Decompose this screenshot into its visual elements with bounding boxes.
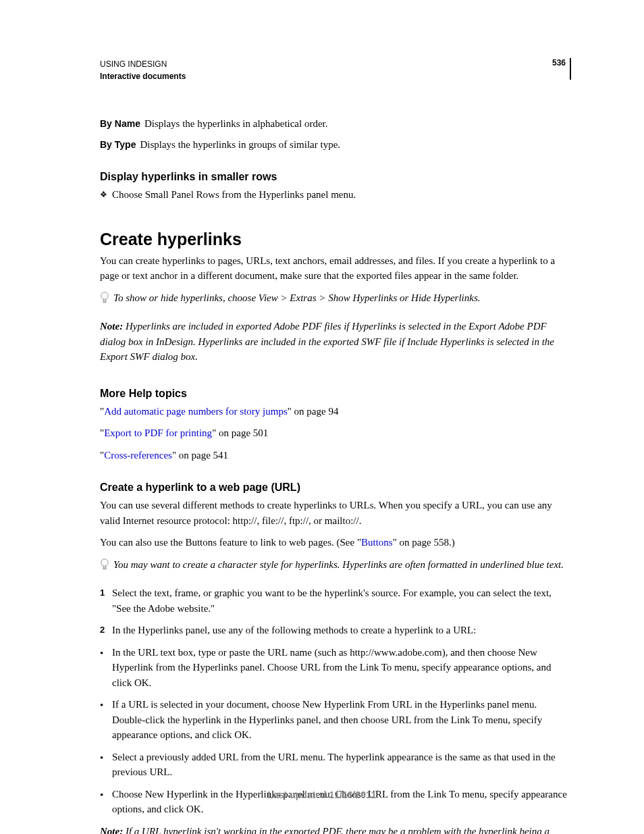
help-link-2-row: "Export to PDF for printing" on page 501: [100, 425, 571, 441]
text-by-type: Displays the hyperlinks in groups of sim…: [140, 139, 340, 150]
url-p2-pre: You can also use the Buttons feature to …: [100, 537, 361, 548]
tip-char-style: You may want to create a character style…: [100, 557, 571, 577]
step-1: 1 Select the text, frame, or graphic you…: [100, 585, 571, 616]
page: USING INDESIGN Interactive documents 536…: [0, 0, 644, 834]
header-left: USING INDESIGN Interactive documents: [100, 58, 186, 82]
note-shared-destination: Note: If a URL hyperlink isn't working i…: [100, 824, 571, 835]
step-1-text: Select the text, frame, or graphic you w…: [112, 585, 571, 616]
help-link-3-suffix: " on page 541: [172, 450, 228, 461]
definition-by-name: By NameDisplays the hyperlinks in alphab…: [100, 116, 571, 132]
term-by-type: By Type: [100, 139, 136, 150]
sub-bullet-2: • If a URL is selected in your document,…: [100, 697, 571, 743]
link-cross-references[interactable]: Cross-references: [104, 450, 172, 461]
bullet-text: Choose Small Panel Rows from the Hyperli…: [112, 187, 356, 203]
help-link-2-suffix: " on page 501: [212, 427, 268, 438]
dot-bullet-icon: •: [100, 750, 112, 780]
create-intro: You can create hyperlinks to pages, URLs…: [100, 253, 571, 284]
step-number-1: 1: [100, 585, 112, 616]
term-by-name: By Name: [100, 118, 140, 129]
tip-char-style-text: You may want to create a character style…: [113, 557, 564, 577]
note-label-2: Note:: [100, 826, 123, 835]
heading-smaller-rows: Display hyperlinks in smaller rows: [100, 171, 571, 183]
lightbulb-icon: [100, 290, 113, 310]
footer-updated: Last updated 11/16/2011: [0, 789, 644, 800]
url-p2: You can also use the Buttons feature to …: [100, 535, 571, 550]
dot-bullet-icon: •: [100, 697, 112, 743]
sub-bullet-1: • In the URL text box, type or paste the…: [100, 645, 571, 691]
url-p2-post: " on page 558.): [393, 537, 455, 548]
tip-text: To show or hide hyperlinks, choose View …: [113, 290, 481, 310]
svg-point-0: [101, 292, 108, 298]
bullet-smaller-rows: ❖ Choose Small Panel Rows from the Hyper…: [100, 187, 571, 203]
link-export-pdf[interactable]: Export to PDF for printing: [104, 427, 212, 438]
note-text-2: If a URL hyperlink isn't working in the …: [100, 826, 549, 835]
dot-bullet-icon: •: [100, 645, 112, 691]
diamond-bullet-icon: ❖: [100, 187, 112, 203]
tip-show-hide: To show or hide hyperlinks, choose View …: [100, 290, 571, 310]
help-link-1-row: "Add automatic page numbers for story ju…: [100, 404, 571, 419]
page-header: USING INDESIGN Interactive documents 536: [100, 58, 571, 82]
sub-bullet-1-text: In the URL text box, type or paste the U…: [112, 645, 571, 691]
definition-by-type: By TypeDisplays the hyperlinks in groups…: [100, 137, 571, 153]
doc-section: Interactive documents: [100, 70, 186, 82]
note-label: Note:: [100, 321, 123, 332]
text-by-name: Displays the hyperlinks in alphabetical …: [144, 118, 328, 129]
lightbulb-icon: [100, 557, 113, 577]
step-2-text: In the Hyperlinks panel, use any of the …: [112, 623, 476, 638]
doc-title: USING INDESIGN: [100, 58, 186, 70]
step-2: 2 In the Hyperlinks panel, use any of th…: [100, 623, 571, 638]
url-p1: You can use several different methods to…: [100, 498, 571, 528]
page-number: 536: [552, 58, 571, 80]
step-number-2: 2: [100, 623, 112, 638]
link-story-jumps[interactable]: Add automatic page numbers for story jum…: [104, 406, 288, 417]
note-text: Hyperlinks are included in exported Adob…: [100, 321, 554, 362]
sub-bullet-3: • Select a previously added URL from the…: [100, 750, 571, 780]
link-buttons[interactable]: Buttons: [361, 537, 393, 548]
help-link-3-row: "Cross-references" on page 541: [100, 448, 571, 463]
help-link-1-suffix: " on page 94: [288, 406, 339, 417]
heading-url: Create a hyperlink to a web page (URL): [100, 481, 571, 494]
heading-create-hyperlinks: Create hyperlinks: [100, 230, 571, 249]
svg-point-3: [101, 558, 108, 565]
heading-more-help: More Help topics: [100, 388, 571, 400]
sub-bullet-2-text: If a URL is selected in your document, c…: [112, 697, 571, 743]
note-export: Note: Hyperlinks are included in exporte…: [100, 319, 571, 365]
sub-bullet-3-text: Select a previously added URL from the U…: [112, 750, 571, 780]
